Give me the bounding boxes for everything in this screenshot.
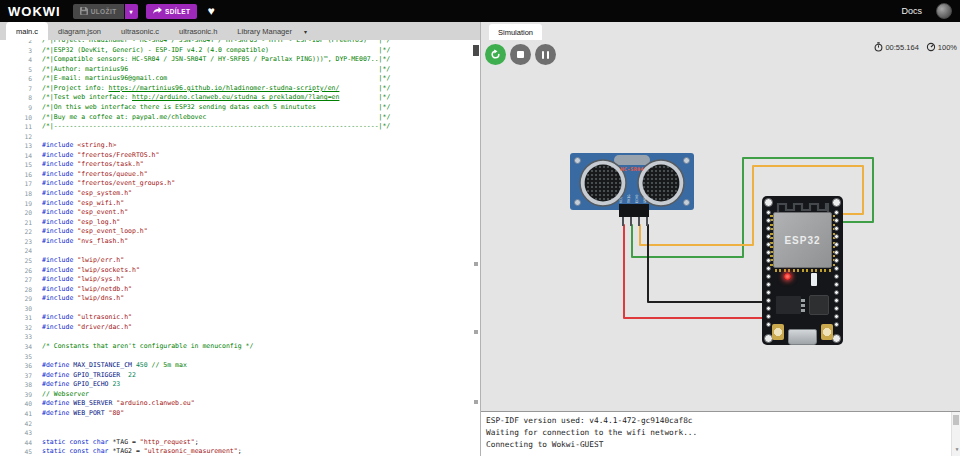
code-line: 20#include "esp_event.h" xyxy=(0,208,472,218)
esp32-pin[interactable] xyxy=(766,290,771,295)
esp32-pin[interactable] xyxy=(834,314,839,319)
code-line: 15#include "freertos/task.h" xyxy=(0,160,472,170)
code-line: 4/*|Compatible sensors: HC-SR04 / JSN-SR… xyxy=(0,55,472,65)
esp32-pin[interactable] xyxy=(766,226,771,231)
code-line: 42 xyxy=(0,419,472,429)
avatar[interactable] xyxy=(936,3,952,19)
overview-ruler-mark xyxy=(474,330,478,334)
esp32-shield: ESP32 xyxy=(773,212,832,268)
share-button[interactable]: SDÍLET xyxy=(146,4,198,19)
docs-link[interactable]: Docs xyxy=(901,6,922,16)
code-line: 41#define WEB_PORT "80" xyxy=(0,409,472,419)
save-button-label: ULOŽIT xyxy=(91,8,117,15)
code-line: 8/*|Test web interface: http://arduino.c… xyxy=(0,93,472,103)
serial-scrollbar[interactable]: ▼ xyxy=(951,412,960,456)
code-line: 21#include "esp_log.h" xyxy=(0,218,472,228)
esp32-pin[interactable] xyxy=(766,266,771,271)
sensor-pin-header xyxy=(619,204,649,217)
esp32-pin[interactable] xyxy=(834,258,839,263)
esp32-pin[interactable] xyxy=(834,274,839,279)
serial-monitor[interactable]: ESP-IDF version used: v4.4.1-472-gc9140c… xyxy=(481,411,960,456)
share-button-label: SDÍLET xyxy=(165,8,191,15)
esp32-pin[interactable] xyxy=(766,234,771,239)
favorite-heart-icon[interactable]: ♥ xyxy=(207,4,214,18)
chevron-down-icon: ▾ xyxy=(130,8,133,15)
esp32-pin[interactable] xyxy=(834,266,839,271)
esp32-pin[interactable] xyxy=(766,250,771,255)
save-dropdown-button[interactable]: ▾ xyxy=(125,4,138,19)
code-line: 5/*|Author: martinius96 |*/ xyxy=(0,65,472,75)
code-line: 11/*|-----------------------------------… xyxy=(0,122,472,132)
esp32-pin[interactable] xyxy=(766,218,771,223)
esp32-pin[interactable] xyxy=(834,242,839,247)
serial-scrollbar-thumb[interactable] xyxy=(953,415,959,425)
wire-gnd[interactable] xyxy=(648,225,768,302)
serial-line: Waiting for connection to the wifi netwo… xyxy=(486,427,955,439)
esp32-pin[interactable] xyxy=(834,298,839,303)
esp32-pin[interactable] xyxy=(834,306,839,311)
code-line: 37#define GPIO_TRIGGER 22 xyxy=(0,371,472,381)
code-lines: 2/*|Project: Hladinomer - HC-SR04 / JSN-… xyxy=(0,40,472,456)
code-line: 30 xyxy=(0,304,472,314)
tab-diagram-json[interactable]: diagram.json xyxy=(48,22,111,40)
esp32-pin[interactable] xyxy=(834,218,839,223)
code-line: 44static const char *TAG = "http_request… xyxy=(0,438,472,448)
code-line: 25#include "lwip/err.h" xyxy=(0,256,472,266)
esp32-pin[interactable] xyxy=(766,210,771,215)
esp32-pin[interactable] xyxy=(834,234,839,239)
code-line: 14#include "freertos/FreeRTOS.h" xyxy=(0,151,472,161)
esp32-pin[interactable] xyxy=(766,298,771,303)
esp32-pin[interactable] xyxy=(766,258,771,263)
esp32-pin[interactable] xyxy=(834,250,839,255)
save-split-button: ULOŽIT ▾ xyxy=(73,4,138,19)
wire-vcc[interactable] xyxy=(624,225,768,318)
esp32-pin[interactable] xyxy=(834,210,839,215)
boot-button[interactable] xyxy=(821,324,833,340)
editor-scrollbar-thumb[interactable] xyxy=(473,45,479,56)
esp32-pin[interactable] xyxy=(766,322,771,327)
tab-ultrasonic-c[interactable]: ultrasonic.c xyxy=(111,22,169,40)
library-manager-caret-icon[interactable]: ▾ xyxy=(302,22,313,40)
wokwi-app: WOKWI ULOŽIT ▾ SDÍLET ♥ Docs xyxy=(0,0,960,456)
file-tab-strip: main.cdiagram.jsonultrasonic.cultrasonic… xyxy=(0,22,480,40)
overview-ruler-mark xyxy=(474,400,478,404)
esp32-pin[interactable] xyxy=(834,282,839,287)
shield-pads xyxy=(775,269,831,272)
code-editor[interactable]: 2/*|Project: Hladinomer - HC-SR04 / JSN-… xyxy=(0,40,480,456)
code-line: 28#include "lwip/netdb.h" xyxy=(0,285,472,295)
esp32-pin[interactable] xyxy=(766,306,771,311)
code-line: 40#define WEB_SERVER "arduino.clanweb.eu… xyxy=(0,399,472,409)
overview-ruler-mark xyxy=(474,262,478,266)
sensor-label: HC-SR04 xyxy=(570,166,694,172)
mount-hole xyxy=(832,198,841,207)
code-line: 35 xyxy=(0,352,472,362)
tab-main-c[interactable]: main.c xyxy=(6,22,48,40)
mount-hole xyxy=(832,334,841,343)
usb-connector xyxy=(788,329,817,345)
esp32-pin[interactable] xyxy=(766,242,771,247)
hc-sr04-sensor[interactable]: HC-SR04 VCCTRIGECHOGND xyxy=(570,153,694,210)
en-button[interactable] xyxy=(772,324,784,340)
tab-ultrasonic-h[interactable]: ultrasonic.h xyxy=(169,22,227,40)
code-line: 36#define MAX_DISTANCE_CM 450 // 5m max xyxy=(0,361,472,371)
esp32-board[interactable]: ESP32 xyxy=(762,196,843,345)
esp32-pin[interactable] xyxy=(766,314,771,319)
scroll-down-icon[interactable]: ▼ xyxy=(955,443,958,455)
code-line: 12 xyxy=(0,132,472,142)
esp32-pin[interactable] xyxy=(766,274,771,279)
code-line: 43 xyxy=(0,428,472,438)
wokwi-logo[interactable]: WOKWI xyxy=(8,4,61,19)
editor-pane: main.cdiagram.jsonultrasonic.cultrasonic… xyxy=(0,22,481,456)
esp32-pin[interactable] xyxy=(834,290,839,295)
esp32-pin[interactable] xyxy=(766,282,771,287)
voltage-regulator xyxy=(776,296,801,314)
code-line: 16#include "freertos/queue.h" xyxy=(0,170,472,180)
esp32-pin[interactable] xyxy=(834,322,839,327)
serial-output: ESP-IDF version used: v4.4.1-472-gc9140c… xyxy=(486,415,955,451)
transducers xyxy=(570,153,694,210)
main-split: main.cdiagram.jsonultrasonic.cultrasonic… xyxy=(0,22,960,456)
smd-component xyxy=(811,273,817,286)
esp32-pin[interactable] xyxy=(834,226,839,231)
save-button[interactable]: ULOŽIT xyxy=(73,4,124,19)
tab-library-manager[interactable]: Library Manager xyxy=(227,22,302,40)
